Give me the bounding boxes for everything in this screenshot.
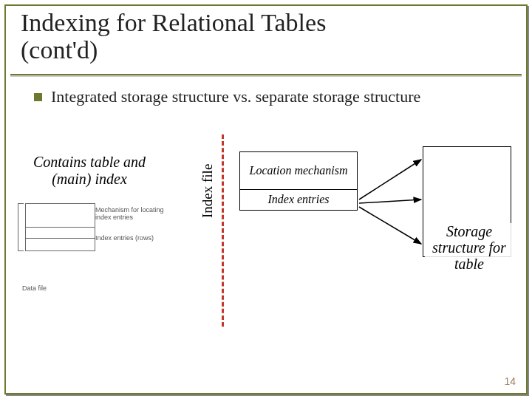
title-line-1: Indexing for Relational Tables <box>21 9 326 36</box>
index-box-row1-text: Location mechanism <box>250 163 348 179</box>
mini-caption: Data file <box>22 284 47 292</box>
mini-label-rows: Index entries (rows) <box>95 234 177 242</box>
left-diagram-caption: Contains table and (main) index <box>27 154 152 188</box>
bullet-item: Integrated storage structure vs. separat… <box>34 87 517 106</box>
index-box-location-mechanism: Location mechanism <box>240 152 357 190</box>
slide-title: Indexing for Relational Tables (cont'd) <box>21 9 326 64</box>
dashed-divider <box>222 134 224 327</box>
bullet-text: Integrated storage structure vs. separat… <box>51 87 505 106</box>
mini-box <box>25 203 95 251</box>
index-box-index-entries: Index entries <box>240 190 357 210</box>
bullet-square-icon <box>34 93 42 101</box>
index-file-box: Location mechanism Index entries <box>239 151 358 211</box>
index-box-row2-text: Index entries <box>267 192 329 208</box>
mini-brace <box>18 203 24 251</box>
index-file-vertical-label: Index file <box>200 151 216 218</box>
mini-label-mechanism: Mechanism for locating index entries <box>95 206 177 221</box>
mini-diagram: Mechanism for locating index entries Ind… <box>18 203 173 292</box>
page-number: 14 <box>504 375 516 387</box>
title-underline <box>10 74 522 75</box>
mini-box-top <box>26 204 95 228</box>
title-line-2: (cont'd) <box>21 36 98 64</box>
mini-box-mid <box>26 228 95 239</box>
mini-box-bottom <box>26 239 95 250</box>
storage-structure-caption: Storage structure for table <box>425 223 514 272</box>
